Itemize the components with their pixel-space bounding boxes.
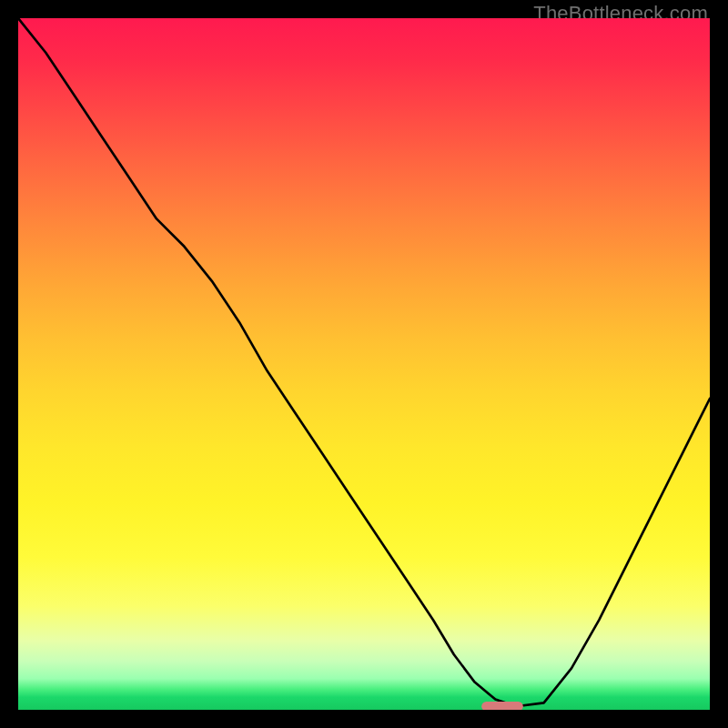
bottleneck-curve (18, 18, 710, 706)
optimal-marker (481, 702, 523, 710)
chart-plot-area (18, 18, 710, 710)
chart-frame: TheBottleneck.com (0, 0, 728, 728)
chart-svg (18, 18, 710, 710)
